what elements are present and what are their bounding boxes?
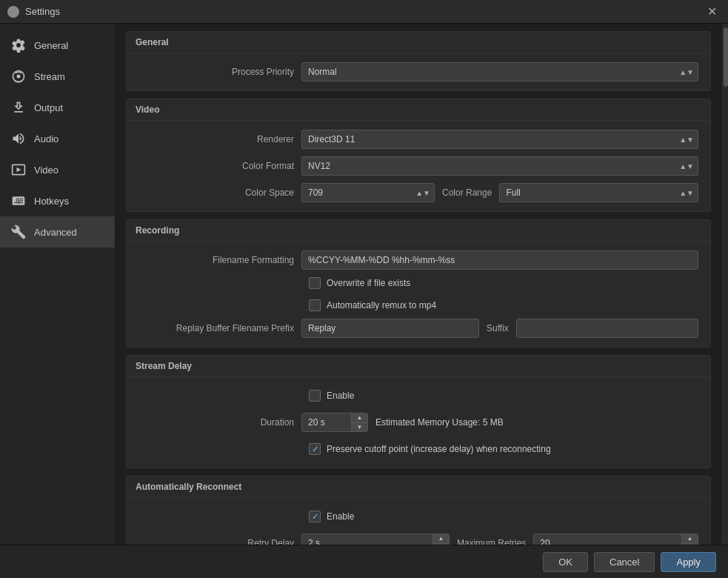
sidebar-hotkeys-label: Hotkeys — [34, 196, 69, 207]
color-space-select[interactable]: 709 — [301, 183, 435, 202]
gear-icon — [10, 37, 27, 53]
video-section-title: Video — [127, 99, 710, 121]
sidebar-item-output[interactable]: Output — [0, 92, 115, 123]
svg-point-0 — [17, 75, 21, 79]
overwrite-label: Overwrite if file exists — [327, 278, 410, 288]
color-format-select[interactable]: NV12 — [301, 156, 698, 176]
preserve-checkbox[interactable] — [309, 443, 321, 455]
audio-icon — [10, 130, 27, 147]
auto-reconnect-body: Enable Retry Delay ▲ ▼ Maximum Retries — [127, 498, 710, 545]
renderer-select[interactable]: Direct3D 11 — [301, 130, 698, 149]
stream-icon — [10, 68, 27, 84]
reconnect-enable-row: Enable — [138, 507, 698, 526]
max-retries-label: Maximum Retries — [450, 538, 533, 545]
scroll-area[interactable]: General Process Priority Normal ▲▼ — [115, 24, 722, 545]
color-format-select-wrapper: NV12 ▲▼ — [301, 156, 698, 176]
video-section-body: Renderer Direct3D 11 ▲▼ Color Format — [127, 121, 710, 211]
general-section: General Process Priority Normal ▲▼ — [126, 31, 711, 91]
sidebar-item-hotkeys[interactable]: Hotkeys — [0, 185, 115, 216]
retry-delay-spinner: ▲ ▼ — [301, 534, 450, 545]
recording-section-title: Recording — [127, 220, 710, 242]
retry-delay-up-button[interactable]: ▲ — [433, 534, 449, 544]
close-button[interactable]: ✕ — [703, 3, 721, 21]
scrollbar-thumb[interactable] — [724, 27, 728, 87]
bottom-bar: OK Cancel Apply — [0, 545, 728, 578]
sidebar-item-video[interactable]: Video — [0, 154, 115, 185]
retry-delay-spin-buttons: ▲ ▼ — [433, 534, 449, 545]
color-format-row: Color Format NV12 ▲▼ — [138, 156, 698, 176]
recording-section-body: Filename Formatting Overwrite if file ex… — [127, 242, 710, 347]
duration-label: Duration — [138, 417, 301, 428]
stream-delay-enable-checkbox[interactable] — [309, 390, 321, 402]
reconnect-enable-checkbox-row: Enable — [309, 511, 354, 522]
recording-section: Recording Filename Formatting Overwrite … — [126, 219, 711, 348]
max-retries-down-button[interactable]: ▼ — [682, 544, 698, 545]
reconnect-enable-checkbox[interactable] — [309, 511, 321, 522]
video-section: Video Renderer Direct3D 11 ▲▼ Color Form… — [126, 99, 711, 212]
suffix-input[interactable] — [516, 319, 698, 338]
ok-button[interactable]: OK — [543, 552, 588, 572]
output-icon — [10, 99, 27, 116]
sidebar-item-audio[interactable]: Audio — [0, 123, 115, 154]
sidebar-item-advanced[interactable]: Advanced — [0, 216, 115, 248]
sidebar-item-stream[interactable]: Stream — [0, 61, 115, 92]
general-section-body: Process Priority Normal ▲▼ — [127, 53, 710, 90]
max-retries-up-button[interactable]: ▲ — [682, 534, 698, 544]
content-wrapper: General Process Priority Normal ▲▼ — [115, 24, 728, 545]
advanced-icon — [10, 224, 27, 240]
scrollbar-track[interactable] — [722, 24, 728, 545]
overwrite-row: Overwrite if file exists — [309, 277, 410, 289]
color-format-label: Color Format — [138, 161, 301, 171]
autoremux-checkbox[interactable] — [309, 299, 321, 311]
duration-spin-buttons: ▲ ▼ — [351, 413, 367, 431]
suffix-label: Suffix — [479, 323, 516, 333]
color-range-label: Color Range — [435, 187, 499, 198]
renderer-label: Renderer — [138, 134, 301, 144]
filename-formatting-label: Filename Formatting — [138, 255, 301, 265]
preserve-label: Preserve cutoff point (increase delay) w… — [327, 444, 551, 454]
duration-up-button[interactable]: ▲ — [352, 413, 367, 423]
max-retries-spin-buttons: ▲ ▼ — [681, 534, 698, 545]
preserve-checkbox-row: Preserve cutoff point (increase delay) w… — [309, 443, 551, 455]
app-icon — [7, 6, 19, 18]
sidebar-output-label: Output — [34, 102, 63, 113]
main-layout: General Stream Output Audio Video — [0, 24, 728, 545]
replay-buffer-label: Replay Buffer Filename Prefix — [138, 323, 301, 333]
checkboxes-row: Overwrite if file exists Automatically r… — [138, 277, 698, 311]
duration-spinner: ▲ ▼ — [301, 413, 368, 432]
color-space-row: Color Space 709 ▲▼ Color Range Full — [138, 183, 698, 202]
sidebar-advanced-label: Advanced — [34, 227, 77, 238]
renderer-row: Renderer Direct3D 11 ▲▼ — [138, 130, 698, 149]
max-retries-input[interactable] — [533, 534, 698, 545]
color-range-select-wrapper: Full ▲▼ — [499, 183, 698, 202]
sidebar-stream-label: Stream — [34, 71, 65, 82]
retry-delay-input[interactable] — [301, 534, 450, 545]
color-range-select[interactable]: Full — [499, 183, 698, 202]
auto-reconnect-title: Automatically Reconnect — [127, 476, 710, 498]
sidebar-item-general[interactable]: General — [0, 30, 115, 61]
video-icon — [10, 162, 27, 178]
replay-buffer-row: Replay Buffer Filename Prefix Suffix — [138, 319, 698, 338]
stream-delay-section: Stream Delay Enable Duration ▲ — [126, 355, 711, 468]
filename-formatting-row: Filename Formatting — [138, 250, 698, 270]
sidebar-video-label: Video — [34, 165, 59, 176]
color-space-select-wrapper: 709 ▲▼ — [301, 183, 435, 202]
max-retries-spinner: ▲ ▼ — [533, 534, 698, 545]
filename-formatting-input[interactable] — [301, 250, 698, 270]
memory-usage-text: Estimated Memory Usage: 5 MB — [368, 417, 511, 428]
stream-delay-enable-row: Enable — [138, 386, 698, 405]
renderer-select-wrapper: Direct3D 11 ▲▼ — [301, 130, 698, 149]
color-space-label: Color Space — [138, 187, 301, 198]
overwrite-checkbox[interactable] — [309, 277, 321, 289]
duration-down-button[interactable]: ▼ — [352, 423, 367, 432]
autoremux-row: Automatically remux to mp4 — [309, 299, 436, 311]
stream-delay-body: Enable Duration ▲ ▼ Estimated Memory U — [127, 377, 710, 468]
autoremux-label: Automatically remux to mp4 — [327, 300, 436, 310]
apply-button[interactable]: Apply — [661, 552, 716, 572]
sidebar-audio-label: Audio — [34, 133, 59, 144]
duration-row: Duration ▲ ▼ Estimated Memory Usage: 5 M… — [138, 413, 698, 432]
cancel-button[interactable]: Cancel — [594, 552, 655, 572]
retry-delay-down-button[interactable]: ▼ — [433, 544, 449, 545]
process-priority-select[interactable]: Normal — [301, 62, 698, 82]
replay-buffer-input[interactable] — [301, 319, 479, 338]
